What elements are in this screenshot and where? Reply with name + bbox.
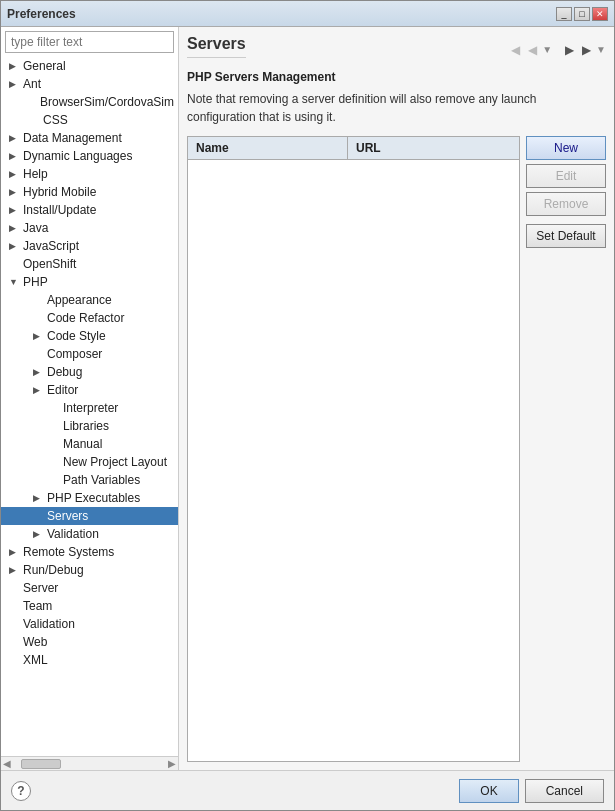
forward-arrow[interactable]: ▶	[562, 43, 577, 57]
action-buttons: New Edit Remove Set Default	[526, 136, 606, 762]
window-controls: _ □ ✕	[556, 7, 608, 21]
navigation-arrows: ◀ ◀ ▼ ▶ ▶ ▼	[508, 43, 606, 57]
sidebar-item-validation-root[interactable]: Validation	[1, 615, 178, 633]
sidebar-item-new-project-layout[interactable]: New Project Layout	[1, 453, 178, 471]
sidebar-item-hybrid-mobile[interactable]: ▶Hybrid Mobile	[1, 183, 178, 201]
sidebar-item-debug[interactable]: ▶Debug	[1, 363, 178, 381]
main-content: ▶General ▶Ant BrowserSim/CordovaSim CSS …	[1, 27, 614, 770]
new-button[interactable]: New	[526, 136, 606, 160]
dialog-buttons: OK Cancel	[459, 779, 604, 803]
sidebar-item-servers[interactable]: Servers	[1, 507, 178, 525]
forward-arrow2[interactable]: ▶	[579, 43, 594, 57]
expand-icon: ▶	[9, 223, 21, 233]
sidebar-item-team[interactable]: Team	[1, 597, 178, 615]
expand-icon: ▶	[9, 187, 21, 197]
left-panel: ▶General ▶Ant BrowserSim/CordovaSim CSS …	[1, 27, 179, 770]
sidebar-item-javascript[interactable]: ▶JavaScript	[1, 237, 178, 255]
remove-button[interactable]: Remove	[526, 192, 606, 216]
set-default-button[interactable]: Set Default	[526, 224, 606, 248]
sidebar-item-browsersim[interactable]: BrowserSim/CordovaSim	[1, 93, 178, 111]
expand-icon: ▶	[33, 331, 45, 341]
sidebar-item-xml[interactable]: XML	[1, 651, 178, 669]
sidebar-item-code-refactor[interactable]: Code Refactor	[1, 309, 178, 327]
expand-icon: ▶	[9, 61, 21, 71]
sidebar-item-data-management[interactable]: ▶Data Management	[1, 129, 178, 147]
bottom-bar: ? OK Cancel	[1, 770, 614, 810]
tree-area: ▶General ▶Ant BrowserSim/CordovaSim CSS …	[1, 57, 178, 756]
close-button[interactable]: ✕	[592, 7, 608, 21]
sidebar-item-java[interactable]: ▶Java	[1, 219, 178, 237]
preferences-window: Preferences _ □ ✕ ▶General ▶Ant Browse	[0, 0, 615, 811]
sidebar-item-css[interactable]: CSS	[1, 111, 178, 129]
ok-button[interactable]: OK	[459, 779, 518, 803]
expand-icon: ▶	[9, 79, 21, 89]
minimize-button[interactable]: _	[556, 7, 572, 21]
expand-icon: ▶	[33, 529, 45, 539]
expand-icon: ▶	[9, 151, 21, 161]
window-title: Preferences	[7, 7, 76, 21]
sidebar-item-manual[interactable]: Manual	[1, 435, 178, 453]
expand-icon: ▶	[9, 133, 21, 143]
expand-icon: ▶	[9, 565, 21, 575]
scroll-thumb[interactable]	[21, 759, 61, 769]
sidebar-item-code-style[interactable]: ▶Code Style	[1, 327, 178, 345]
panel-subtitle: PHP Servers Management	[187, 70, 606, 84]
expand-icon: ▼	[9, 277, 21, 287]
sidebar-item-php-executables[interactable]: ▶PHP Executables	[1, 489, 178, 507]
sidebar-item-web[interactable]: Web	[1, 633, 178, 651]
back-arrow2[interactable]: ◀	[525, 43, 540, 57]
sidebar-item-install-update[interactable]: ▶Install/Update	[1, 201, 178, 219]
sidebar-item-interpreter[interactable]: Interpreter	[1, 399, 178, 417]
expand-icon: ▶	[33, 493, 45, 503]
cancel-button[interactable]: Cancel	[525, 779, 604, 803]
sidebar-item-openshift[interactable]: OpenShift	[1, 255, 178, 273]
sidebar-item-libraries[interactable]: Libraries	[1, 417, 178, 435]
sidebar-item-editor[interactable]: ▶Editor	[1, 381, 178, 399]
panel-title: Servers	[187, 35, 246, 58]
table-header: Name URL	[188, 137, 519, 160]
column-name: Name	[188, 137, 348, 159]
expand-icon: ▶	[9, 205, 21, 215]
panel-description: Note that removing a server definition w…	[187, 90, 606, 126]
edit-button[interactable]: Edit	[526, 164, 606, 188]
servers-table: Name URL	[187, 136, 520, 762]
expand-icon: ▶	[9, 241, 21, 251]
right-panel: Servers ◀ ◀ ▼ ▶ ▶ ▼ PHP Servers Manageme…	[179, 27, 614, 770]
sidebar-item-path-variables[interactable]: Path Variables	[1, 471, 178, 489]
sidebar-item-php[interactable]: ▼PHP	[1, 273, 178, 291]
sidebar-item-run-debug[interactable]: ▶Run/Debug	[1, 561, 178, 579]
sidebar-item-composer[interactable]: Composer	[1, 345, 178, 363]
column-url: URL	[348, 137, 519, 159]
sidebar-item-appearance[interactable]: Appearance	[1, 291, 178, 309]
sidebar-item-ant[interactable]: ▶Ant	[1, 75, 178, 93]
back-arrow[interactable]: ◀	[508, 43, 523, 57]
sidebar-item-server[interactable]: Server	[1, 579, 178, 597]
sidebar-item-remote-systems[interactable]: ▶Remote Systems	[1, 543, 178, 561]
expand-icon: ▶	[9, 547, 21, 557]
help-button[interactable]: ?	[11, 781, 31, 801]
scrollbar[interactable]: ◀ ▶	[1, 756, 178, 770]
maximize-button[interactable]: □	[574, 7, 590, 21]
sidebar-item-dynamic-languages[interactable]: ▶Dynamic Languages	[1, 147, 178, 165]
sidebar-item-general[interactable]: ▶General	[1, 57, 178, 75]
table-body	[188, 160, 519, 761]
expand-icon: ▶	[33, 367, 45, 377]
expand-icon: ▶	[9, 169, 21, 179]
sidebar-item-validation-php[interactable]: ▶Validation	[1, 525, 178, 543]
expand-icon: ▶	[33, 385, 45, 395]
table-area: Name URL New Edit Remove Set Default	[187, 136, 606, 762]
bottom-left: ?	[11, 781, 31, 801]
filter-input[interactable]	[5, 31, 174, 53]
sidebar-item-help[interactable]: ▶Help	[1, 165, 178, 183]
title-bar: Preferences _ □ ✕	[1, 1, 614, 27]
